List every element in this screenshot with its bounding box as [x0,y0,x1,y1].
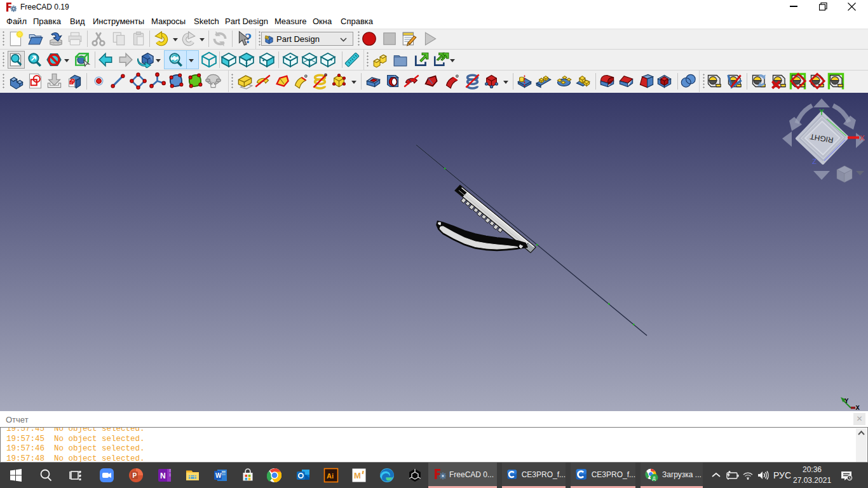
svg-text:P: P [133,472,137,479]
svg-text:Z: Z [812,158,817,165]
svg-text:N: N [160,471,166,480]
svg-text:Y: Y [844,397,849,405]
svg-text:Ai: Ai [327,472,334,480]
svg-text:M: M [354,471,361,480]
svg-text:д: д [653,475,656,480]
svg-text:W: W [215,472,222,479]
svg-text:X: X [860,134,865,142]
svg-text:X: X [856,404,860,411]
